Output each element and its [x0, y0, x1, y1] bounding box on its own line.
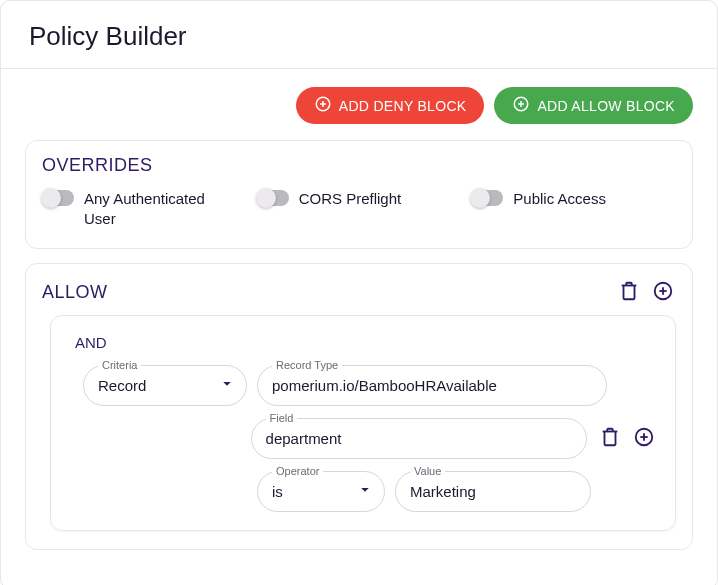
value-label: Value [410, 465, 445, 477]
record-type-field[interactable]: Record Type [257, 365, 607, 406]
plus-circle-icon [633, 426, 655, 451]
toggle-cors-preflight[interactable] [257, 190, 289, 206]
criteria-select[interactable]: Criteria Record [83, 365, 247, 406]
rule-group-operator: AND [75, 334, 657, 351]
override-item: Any Authenticated User [42, 188, 247, 230]
field-label: Field [266, 412, 298, 424]
delete-block-button[interactable] [616, 278, 642, 307]
toggle-public-access[interactable] [471, 190, 503, 206]
delete-rule-button[interactable] [597, 424, 623, 453]
criteria-label: Criteria [98, 359, 141, 371]
add-allow-block-button[interactable]: ADD ALLOW BLOCK [494, 87, 693, 124]
allow-card: ALLOW AND [25, 263, 693, 550]
toggle-any-authenticated-user[interactable] [42, 190, 74, 206]
overrides-card: OVERRIDES Any Authenticated User CORS Pr… [25, 140, 693, 249]
add-deny-block-label: ADD DENY BLOCK [339, 98, 467, 114]
record-type-input[interactable] [258, 366, 606, 405]
criteria-value: Record [84, 366, 246, 405]
plus-circle-icon [652, 280, 674, 305]
add-rule-group-button[interactable] [650, 278, 676, 307]
field-input[interactable] [252, 419, 586, 458]
record-type-label: Record Type [272, 359, 342, 371]
override-label: CORS Preflight [299, 188, 402, 209]
override-item: CORS Preflight [257, 188, 462, 230]
page-title: Policy Builder [29, 21, 689, 52]
plus-circle-icon [314, 95, 332, 116]
trash-icon [618, 280, 640, 305]
operator-value: is [258, 472, 384, 511]
trash-icon [599, 426, 621, 451]
value-field[interactable]: Value [395, 471, 591, 512]
add-deny-block-button[interactable]: ADD DENY BLOCK [296, 87, 485, 124]
operator-label: Operator [272, 465, 323, 477]
operator-select[interactable]: Operator is [257, 471, 385, 512]
plus-circle-icon [512, 95, 530, 116]
rule-group: AND Criteria Record Record Type [50, 315, 676, 531]
field-field[interactable]: Field [251, 418, 587, 459]
add-rule-button[interactable] [631, 424, 657, 453]
value-input[interactable] [396, 472, 590, 511]
override-label: Public Access [513, 188, 606, 209]
add-allow-block-label: ADD ALLOW BLOCK [537, 98, 675, 114]
allow-title: ALLOW [42, 282, 108, 303]
overrides-title: OVERRIDES [42, 155, 676, 176]
override-item: Public Access [471, 188, 676, 230]
override-label: Any Authenticated User [84, 188, 224, 230]
